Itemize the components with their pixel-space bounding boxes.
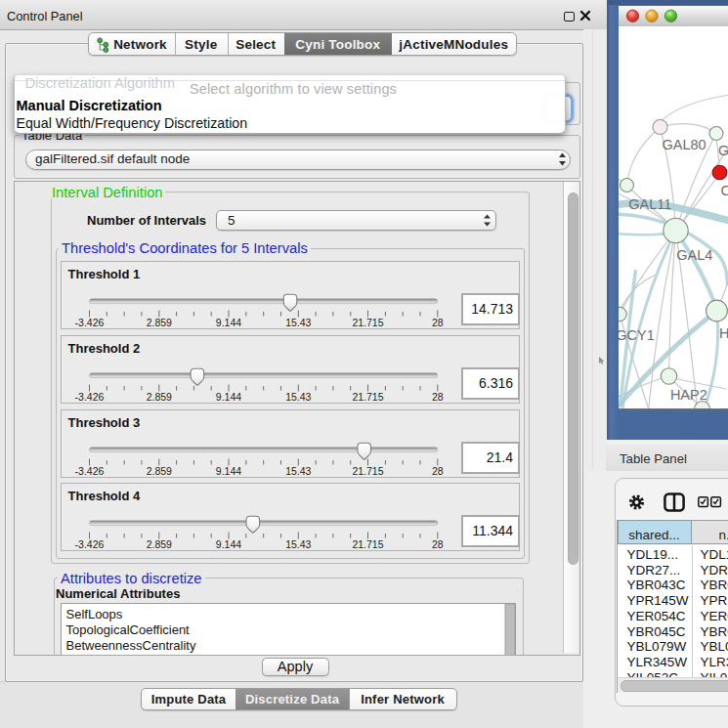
svg-text:HAP2: HAP2 (669, 387, 707, 403)
svg-text:28: 28 (431, 538, 443, 550)
svg-text:21.715: 21.715 (352, 390, 383, 402)
svg-text:15.43: 15.43 (285, 464, 311, 476)
svg-text:H: H (719, 325, 728, 341)
svg-text:-3.426: -3.426 (74, 317, 104, 328)
svg-text:2.859: 2.859 (146, 390, 171, 402)
svg-text:9.144: 9.144 (215, 538, 240, 550)
svg-text:21.715: 21.715 (352, 464, 383, 476)
svg-text:9.144: 9.144 (215, 390, 240, 402)
svg-text:21.715: 21.715 (352, 317, 383, 328)
svg-text:C: C (720, 183, 728, 198)
svg-text:28: 28 (431, 317, 443, 328)
svg-text:21.715: 21.715 (352, 538, 383, 550)
svg-text:GAL4: GAL4 (676, 247, 712, 263)
svg-text:GAL80: GAL80 (662, 137, 706, 152)
svg-text:15.43: 15.43 (285, 538, 311, 550)
svg-text:15.43: 15.43 (285, 317, 311, 328)
svg-text:-3.426: -3.426 (74, 538, 104, 550)
svg-text:9.144: 9.144 (215, 317, 240, 328)
svg-text:GCY1: GCY1 (619, 327, 655, 343)
svg-text:28: 28 (431, 464, 443, 476)
svg-text:GAL11: GAL11 (628, 196, 671, 212)
svg-text:2.859: 2.859 (146, 464, 171, 476)
svg-text:GA: GA (718, 143, 728, 158)
svg-text:15.43: 15.43 (285, 390, 311, 402)
svg-text:9.144: 9.144 (215, 464, 240, 476)
svg-text:-3.426: -3.426 (74, 390, 104, 402)
svg-text:-3.426: -3.426 (74, 464, 104, 476)
svg-text:2.859: 2.859 (146, 538, 171, 550)
svg-text:2.859: 2.859 (146, 317, 171, 328)
svg-text:28: 28 (431, 390, 443, 402)
